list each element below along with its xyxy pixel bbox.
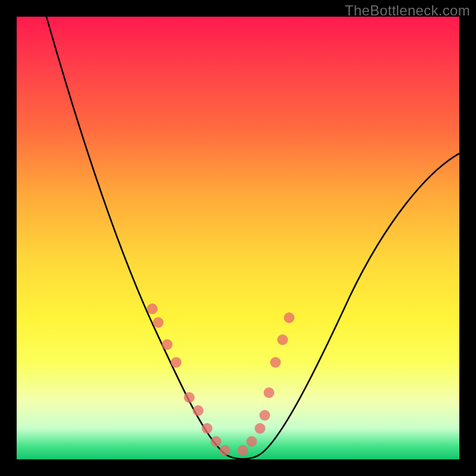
chart-plot-area xyxy=(17,17,459,459)
dot xyxy=(237,445,248,456)
dot xyxy=(193,405,203,416)
dot xyxy=(264,387,274,398)
bottleneck-curve-path xyxy=(46,17,459,459)
dot xyxy=(202,423,212,434)
dot xyxy=(184,392,195,403)
dot xyxy=(220,445,230,456)
watermark-text: TheBottleneck.com xyxy=(345,2,470,19)
dot xyxy=(284,312,295,323)
dot xyxy=(171,357,181,368)
dot xyxy=(211,436,221,447)
dot xyxy=(259,410,270,421)
dot xyxy=(270,357,281,368)
dot xyxy=(246,436,257,447)
dot xyxy=(153,317,164,328)
dot xyxy=(277,334,288,345)
bottleneck-curve-svg xyxy=(17,17,459,459)
dot xyxy=(255,423,265,434)
dot xyxy=(162,339,173,350)
highlight-dots xyxy=(147,303,295,456)
dot xyxy=(147,303,158,314)
